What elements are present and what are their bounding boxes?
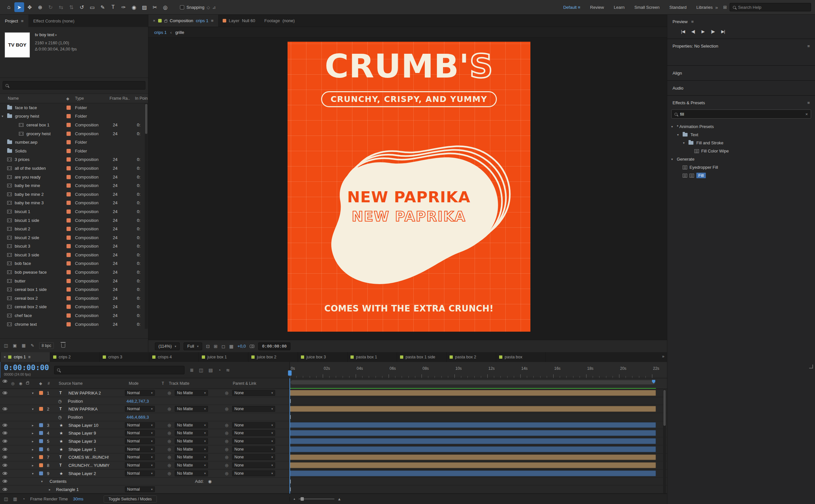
close-icon[interactable]: × <box>4 355 6 359</box>
tool-button[interactable]: ▨ <box>139 2 149 12</box>
tool-button[interactable]: ✂ <box>150 2 160 12</box>
twirl-icon[interactable]: ▸ <box>49 488 51 491</box>
effects-tree-row[interactable]: Fill Color Wipe <box>667 147 815 155</box>
track-lane[interactable] <box>289 478 667 485</box>
track-matte-select[interactable]: No Matte ▾ <box>175 454 208 460</box>
track-lane[interactable] <box>289 461 667 469</box>
parent-link-select[interactable]: None ▾ <box>232 446 275 452</box>
workspace-tab[interactable]: Review <box>590 5 604 10</box>
label-chip[interactable] <box>66 175 71 179</box>
timeline-tab[interactable]: × crisps 4 ≡ <box>149 352 199 362</box>
label-chip[interactable] <box>66 236 71 240</box>
lock-icon[interactable] <box>164 20 167 22</box>
label-chip[interactable] <box>66 201 71 205</box>
close-icon[interactable]: × <box>153 18 155 23</box>
blend-mode-select[interactable]: Normal ▾ <box>125 470 155 476</box>
timeline-row[interactable]: 1 T ★ NEW PAPRIKA 2 Normal ▾ ◎ <box>0 389 667 397</box>
effects-tree-row[interactable]: Eyedropper Fill <box>667 163 815 171</box>
workspace-tab[interactable]: Default <box>563 5 580 10</box>
project-settings-icon[interactable]: ✎ <box>31 343 34 348</box>
work-area-bar[interactable] <box>290 380 655 384</box>
layer-name[interactable]: Shape Layer 2 <box>68 471 96 476</box>
panel-menu-icon[interactable]: ≡ <box>807 44 810 49</box>
effects-search-input[interactable]: fill × <box>671 109 811 119</box>
blend-mode-select[interactable]: Normal ▾ <box>125 446 155 452</box>
timeline-tab[interactable]: × crips 2 ≡ <box>50 352 100 362</box>
parent-link-select[interactable]: None ▾ <box>232 462 275 468</box>
effects-tree-row[interactable]: Fill <box>667 171 815 180</box>
property-name[interactable]: Position <box>68 398 83 403</box>
project-row[interactable]: ▾ baby be mine Composition 24 0: <box>0 181 148 190</box>
project-row[interactable]: ▾ chef face Composition 24 0: <box>0 311 148 320</box>
project-row[interactable]: ▾ cereal box 2 Composition 24 0: <box>0 294 148 303</box>
blend-mode-select[interactable]: Normal ▾ <box>125 438 155 444</box>
timeline-row[interactable]: 5 T ★ Shape Layer 3 Normal ▾ ◎ <box>0 437 667 445</box>
transparency-grid-icon[interactable]: ▦ <box>229 344 233 349</box>
tab-effect-controls[interactable]: Effect Controls (none) <box>28 15 79 27</box>
parent-pickwhip-icon[interactable]: ◎ <box>225 463 228 468</box>
visibility-toggle[interactable] <box>3 472 7 475</box>
transport-button[interactable]: ▶| <box>721 29 725 34</box>
twirl-icon[interactable] <box>32 391 34 395</box>
label-chip[interactable] <box>66 244 71 248</box>
column-name[interactable]: Name <box>8 96 19 101</box>
project-row[interactable]: ▾ all of the sudden Composition 24 0: <box>0 164 148 173</box>
column-source-name[interactable]: Source Name <box>59 381 82 386</box>
layer-name[interactable]: NEW PAPRIKA 2 <box>68 390 101 395</box>
blend-mode-select[interactable]: Normal ▾ <box>125 454 155 460</box>
tree-item-label[interactable]: Fill <box>696 173 706 178</box>
twirl-icon[interactable] <box>32 464 34 467</box>
timeline-tab[interactable]: × crips 1 ≡ <box>1 352 50 362</box>
parent-pickwhip-icon[interactable]: ◎ <box>225 423 228 427</box>
layer-duration-bar[interactable] <box>290 406 656 412</box>
blend-mode-select[interactable]: Normal ▾ <box>125 486 155 492</box>
panel-menu-icon[interactable]: ≡ <box>21 19 23 23</box>
timeline-tab[interactable]: × pasta box 2 ≡ <box>447 352 496 362</box>
clear-search-icon[interactable]: × <box>805 112 808 117</box>
timeline-row[interactable]: T ★ Normal ▾ ◎ <box>0 485 667 494</box>
project-row[interactable]: ▾ cereal box 2 side Composition 24 0: <box>0 303 148 311</box>
track-lane[interactable] <box>289 397 667 405</box>
label-chip[interactable] <box>66 218 71 223</box>
layer-name[interactable]: Shape Layer 1 <box>68 447 96 452</box>
time-ruler[interactable]: 0s02s04s06s08s10s12s14s16s18s20s22s <box>289 362 667 378</box>
interpret-footage-icon[interactable]: ◫ <box>4 343 8 348</box>
timeline-row[interactable]: 6 T ★ Shape Layer 1 Normal ▾ ◎ <box>0 445 667 454</box>
visibility-toggle[interactable] <box>3 448 7 451</box>
layer-label-chip[interactable] <box>39 391 43 395</box>
parent-pickwhip-icon[interactable]: ◎ <box>225 431 228 435</box>
track-matte-select[interactable]: No Matte ▾ <box>175 390 208 396</box>
toggle-switches-modes-button[interactable]: Toggle Switches / Modes <box>104 496 157 503</box>
breadcrumb-current[interactable]: grille <box>175 30 184 35</box>
twirl-icon[interactable]: ▾ <box>41 480 43 483</box>
region-of-interest-icon[interactable]: ⊡ <box>206 344 210 349</box>
composition-viewport[interactable]: CRUMB'S CRUNCHY, CRISPY, AND YUMMY <box>148 38 667 340</box>
tree-item-label[interactable]: Text <box>691 132 698 137</box>
tree-item-label[interactable]: Eyedropper Fill <box>690 165 718 170</box>
parent-link-select[interactable]: None ▾ <box>232 454 275 460</box>
layer-name[interactable]: Shape Layer 3 <box>68 439 96 443</box>
twirl-icon[interactable] <box>32 439 34 443</box>
timeline-tab[interactable]: × juice box 1 ≡ <box>199 352 248 362</box>
viewer-tab[interactable]: × Composition crips 1 ≡ <box>148 15 218 27</box>
project-row[interactable]: ▾ are you ready Composition 24 0: <box>0 173 148 181</box>
effects-tree-row[interactable]: ▾ Generate <box>667 155 815 163</box>
matte-pickwhip-icon[interactable]: ◎ <box>167 471 171 476</box>
label-chip[interactable] <box>66 227 71 231</box>
project-row[interactable]: ▾ bob face Composition 24 0: <box>0 259 148 268</box>
layer-label-chip[interactable] <box>39 455 43 459</box>
label-chip[interactable] <box>66 296 71 300</box>
tool-button[interactable]: ⊕ <box>35 2 45 12</box>
tool-button[interactable]: ▭ <box>87 2 97 12</box>
parent-link-select[interactable]: None ▾ <box>232 470 275 476</box>
timeline-row[interactable]: 4 T ★ Shape Layer 9 Normal ▾ ◎ <box>0 429 667 437</box>
new-composition-icon[interactable]: ▦ <box>22 343 26 348</box>
track-lane[interactable] <box>289 445 667 453</box>
graph-editor-icon[interactable]: ≋ <box>226 367 230 373</box>
transport-button[interactable]: ▶ <box>702 29 705 34</box>
lock-column-icon[interactable] <box>26 382 29 384</box>
track-matte-select[interactable]: No Matte ▾ <box>175 430 208 436</box>
column-track-matte[interactable]: Track Matte <box>169 381 189 386</box>
tree-item-label[interactable]: Fill Color Wipe <box>701 149 729 153</box>
label-chip[interactable] <box>66 192 71 196</box>
